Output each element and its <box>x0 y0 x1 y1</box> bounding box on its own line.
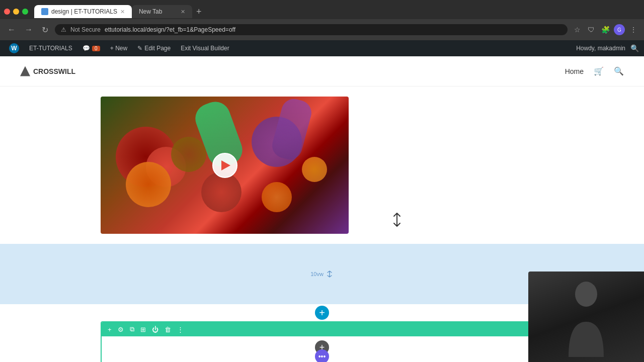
wp-logo-item[interactable]: W <box>5 40 23 56</box>
more-button[interactable]: ⋮ <box>628 24 639 35</box>
browser-icons: ☆ 🛡 🧩 G ⋮ <box>572 24 639 35</box>
extensions-button[interactable]: 🧩 <box>600 24 611 35</box>
exit-visual-builder-item[interactable]: Exit Visual Builder <box>177 40 233 56</box>
wp-admin-bar: W ET-TUTORIALS 💬 0 + New ✎ Edit Page Exi… <box>0 40 644 56</box>
tab-favicon <box>41 8 48 15</box>
edit-page-icon: ✎ <box>137 45 142 52</box>
url-text: ettutorials.local/design/?et_fb=1&PageSp… <box>105 26 235 33</box>
profile-button[interactable]: G <box>614 24 625 35</box>
not-secure-icon: ⚠ <box>61 26 66 33</box>
inactive-tab-close-button[interactable]: ✕ <box>181 9 185 15</box>
maximize-button[interactable] <box>22 9 28 15</box>
section-toolbar: + ⚙ ⧉ ⊞ ⏻ 🗑 ⋮ <box>102 322 542 336</box>
toolbar-trash-button[interactable]: 🗑 <box>163 325 173 334</box>
site-header: CROSSWILL Home 🛒 🔍 <box>0 56 644 86</box>
video-section <box>0 86 644 244</box>
spacer-resize-icon <box>326 270 334 278</box>
profile-avatar: G <box>614 24 625 35</box>
inactive-tab[interactable]: New Tab ✕ <box>132 5 192 18</box>
svg-point-0 <box>575 282 597 307</box>
not-secure-text: Not Secure <box>70 26 101 33</box>
new-item[interactable]: + New <box>106 40 131 56</box>
video-overlay <box>528 272 644 362</box>
new-tab-button[interactable]: + <box>192 7 206 17</box>
active-tab-label: design | ET-TUTORIALS <box>51 8 117 15</box>
tab-bar: design | ET-TUTORIALS ✕ New Tab ✕ + <box>0 0 644 19</box>
toolbar-grid-button[interactable]: ⊞ <box>138 325 148 334</box>
toolbar-settings-button[interactable]: ⚙ <box>116 325 126 334</box>
module-settings-button[interactable]: ••• <box>315 349 329 362</box>
inactive-tab-label: New Tab <box>139 8 162 15</box>
site-nav: Home 🛒 🔍 <box>565 66 624 76</box>
address-bar[interactable]: ⚠ Not Secure ettutorials.local/design/?e… <box>55 24 568 35</box>
logo-text: CROSSWILL <box>33 67 75 75</box>
play-button[interactable] <box>212 153 237 178</box>
exit-visual-builder-label: Exit Visual Builder <box>181 45 229 52</box>
howdy-text: Howdy, makadmin <box>576 45 625 52</box>
wp-logo: W <box>9 43 19 53</box>
toolbar-copy-button[interactable]: ⧉ <box>128 324 136 334</box>
admin-search-icon[interactable]: 🔍 <box>630 44 639 52</box>
refresh-button[interactable]: ↻ <box>39 24 51 36</box>
minimize-button[interactable] <box>13 9 19 15</box>
nav-home[interactable]: Home <box>565 67 584 75</box>
toolbar-more-button[interactable]: ⋮ <box>175 325 186 334</box>
section-body: + ••• <box>102 336 542 362</box>
browser-chrome: design | ET-TUTORIALS ✕ New Tab ✕ + ← → … <box>0 0 644 40</box>
nav-search-icon[interactable]: 🔍 <box>614 66 624 76</box>
resize-handle[interactable] <box>391 212 403 230</box>
logo-icon <box>20 66 30 76</box>
spacer-value: 10vw <box>310 271 324 277</box>
toolbar-toggle-button[interactable]: ⏻ <box>150 325 160 334</box>
forward-button[interactable]: → <box>22 24 35 35</box>
close-button[interactable] <box>4 9 10 15</box>
window-controls <box>4 9 28 15</box>
site-logo: CROSSWILL <box>20 66 75 76</box>
video-thumbnail[interactable] <box>101 97 349 234</box>
active-tab[interactable]: design | ET-TUTORIALS ✕ <box>34 5 132 18</box>
play-icon <box>221 160 230 170</box>
edit-page-label: Edit Page <box>144 45 171 52</box>
bookmark-button[interactable]: ☆ <box>572 24 583 35</box>
edit-page-item[interactable]: ✎ Edit Page <box>133 40 175 56</box>
site-name-item[interactable]: ET-TUTORIALS <box>25 40 76 56</box>
toolbar-add-button[interactable]: + <box>106 325 114 334</box>
address-bar-row: ← → ↻ ⚠ Not Secure ettutorials.local/des… <box>0 19 644 40</box>
add-section-button[interactable]: + <box>315 306 329 320</box>
comment-count: 0 <box>92 46 100 51</box>
teal-section: + ⚙ ⧉ ⊞ ⏻ 🗑 ⋮ + ••• <box>101 321 543 362</box>
shields-button[interactable]: 🛡 <box>586 24 597 35</box>
nav-cart-icon[interactable]: 🛒 <box>594 66 604 76</box>
tab-close-button[interactable]: ✕ <box>120 9 125 15</box>
new-label: + New <box>110 45 127 52</box>
site-name-label: ET-TUTORIALS <box>29 45 72 52</box>
comments-item[interactable]: 💬 0 <box>78 40 104 56</box>
person-silhouette <box>561 277 611 357</box>
spacer-label: 10vw <box>310 270 334 278</box>
back-button[interactable]: ← <box>5 24 18 35</box>
video-person <box>528 272 644 362</box>
comment-icon: 💬 <box>83 45 90 52</box>
